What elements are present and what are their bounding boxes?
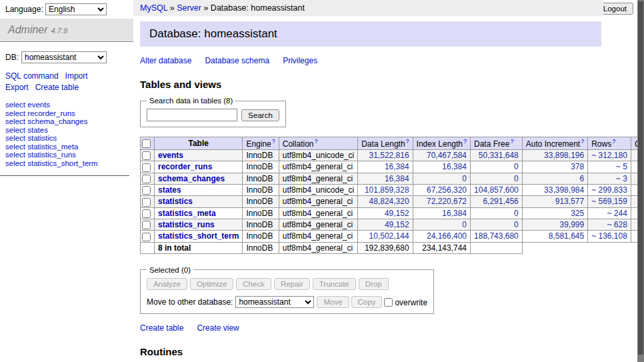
main-content: Database: homeassistant Alter databaseDa… (133, 16, 611, 362)
cell-engine: InnoDB (243, 161, 279, 173)
link-create-table[interactable]: Create table (140, 323, 183, 333)
column-header-collation: Collation? (279, 137, 357, 150)
breadcrumb-server[interactable]: Server (177, 3, 201, 13)
cell-data-free: 0 (471, 219, 523, 230)
sidebar-select-states[interactable]: select states (5, 126, 48, 134)
cell-index-length: 0 (413, 219, 470, 230)
cell-index-length: 70,467,584 (413, 150, 470, 161)
cell-data-length: 16,384 (358, 173, 413, 184)
cell-index-length: 16,384 (413, 207, 470, 219)
column-help-icon[interactable]: ? (612, 138, 615, 145)
search-input[interactable] (147, 109, 237, 121)
move-row: Move to other database: homeassistant Mo… (147, 296, 427, 308)
cell-auto-increment: 6 (522, 173, 587, 184)
sidebar-select-statistics-meta[interactable]: select statistics_meta (5, 143, 78, 151)
cell-data-length: 31,522,816 (358, 150, 413, 161)
table-row: statistics_metaInnoDButf8mb4_general_ci4… (141, 207, 644, 219)
row-checkbox[interactable] (142, 233, 151, 241)
cell-rows: ~ 312,180 (588, 150, 631, 161)
scrollbar-thumb[interactable] (638, 1, 643, 355)
row-checkbox[interactable] (142, 209, 151, 218)
table-link-statistics[interactable]: statistics (158, 197, 193, 206)
column-help-icon[interactable]: ? (272, 138, 275, 145)
sidebar-select-schema-changes[interactable]: select schema_changes (5, 117, 87, 125)
link-create-view[interactable]: Create view (197, 323, 239, 333)
breadcrumb-separator: » (167, 3, 177, 13)
table-name-cell: recorder_runs (155, 161, 243, 173)
row-checkbox[interactable] (142, 221, 151, 229)
table-link-statistics-meta[interactable]: statistics_meta (158, 209, 216, 218)
row-checkbox-cell (141, 173, 155, 184)
move-button[interactable]: Move (317, 296, 349, 308)
sidebar-action-sql-command[interactable]: SQL command (5, 71, 59, 81)
row-checkbox[interactable] (142, 175, 151, 183)
sidebar-select-recorder-runs[interactable]: select recorder_runs (5, 109, 75, 117)
cell-auto-increment: 378 (522, 161, 587, 173)
nav-privileges[interactable]: Privileges (283, 56, 317, 65)
table-row: eventsInnoDButf8mb4_unicode_ci31,522,816… (141, 150, 644, 161)
column-header-index-length: Index Length? (413, 137, 470, 150)
table-name-cell: events (155, 150, 243, 161)
breadcrumb-current: Database: homeassistant (211, 3, 305, 13)
select-all-checkbox[interactable] (142, 139, 151, 148)
check-button[interactable]: Check (236, 278, 271, 290)
row-checkbox-cell (141, 219, 155, 230)
cell-rows: ~ 3 (588, 173, 631, 184)
nav-alter-database[interactable]: Alter database (140, 56, 191, 65)
column-help-icon[interactable]: ? (463, 138, 467, 145)
create-links: Create tableCreate view (140, 323, 611, 333)
truncate-button[interactable]: Truncate (313, 278, 356, 290)
sidebar-select-statistics[interactable]: select statistics (5, 134, 57, 142)
table-link-events[interactable]: events (158, 151, 183, 160)
analyze-button[interactable]: Analyze (147, 278, 187, 290)
app-version[interactable]: 4.7.9 (51, 27, 67, 35)
row-checkbox[interactable] (142, 151, 151, 160)
nav-database-schema[interactable]: Database schema (205, 56, 269, 65)
search-fieldset: Search data in tables (8) Search (140, 97, 286, 127)
optimize-button[interactable]: Optimize (190, 278, 233, 290)
drop-button[interactable]: Drop (359, 278, 389, 290)
cell-data-length: 48,824,320 (358, 196, 413, 207)
sidebar-action-export[interactable]: Export (5, 83, 29, 92)
tables-overview-table: TableEngine?Collation?Data Length?Index … (140, 137, 644, 254)
row-checkbox[interactable] (142, 186, 151, 195)
cell-collation: utf8mb4_general_ci (279, 161, 357, 173)
sidebar-select-statistics-short-term[interactable]: select statistics_short_term (5, 159, 98, 167)
breadcrumb-mysql[interactable]: MySQL (140, 3, 167, 13)
sidebar-action-import[interactable]: Import (65, 71, 88, 81)
selected-buttons: AnalyzeOptimizeCheckRepairTruncateDrop (147, 278, 427, 290)
table-name-cell: statistics_short_term (155, 231, 243, 242)
table-link-statistics-runs[interactable]: statistics_runs (158, 220, 215, 229)
column-help-icon[interactable]: ? (406, 138, 409, 145)
language-select[interactable]: English (45, 3, 107, 15)
column-header-rows: Rows? (588, 137, 631, 150)
table-link-states[interactable]: states (158, 185, 181, 195)
total-data-free (471, 242, 523, 253)
column-help-icon[interactable]: ? (581, 138, 584, 145)
row-checkbox-cell (141, 161, 155, 173)
move-db-select[interactable]: homeassistant (235, 296, 314, 308)
table-row: schema_changesInnoDButf8mb4_general_ci16… (141, 173, 644, 184)
table-link-recorder-runs[interactable]: recorder_runs (158, 162, 212, 171)
app-name[interactable]: Adminer (8, 24, 48, 35)
cell-data-free: 0 (471, 173, 523, 184)
search-button[interactable]: Search (241, 109, 279, 121)
column-header-data-free: Data Free? (471, 137, 523, 150)
db-selector-row: DB: homeassistant (0, 42, 133, 65)
breadcrumb-separator: » (201, 3, 211, 13)
repair-button[interactable]: Repair (274, 278, 310, 290)
cell-auto-increment: 39,999 (522, 219, 587, 230)
copy-button[interactable]: Copy (351, 296, 383, 308)
table-link-schema-changes[interactable]: schema_changes (158, 174, 225, 183)
row-checkbox[interactable] (142, 163, 151, 172)
table-link-statistics-short-term[interactable]: statistics_short_term (158, 231, 239, 241)
db-select[interactable]: homeassistant (21, 51, 107, 63)
scrollbar[interactable] (637, 0, 644, 362)
column-help-icon[interactable]: ? (314, 138, 317, 145)
column-help-icon[interactable]: ? (510, 138, 513, 145)
sidebar-select-statistics-runs[interactable]: select statistics_runs (5, 151, 76, 159)
sidebar-action-create-table[interactable]: Create table (35, 83, 79, 92)
overwrite-checkbox[interactable] (384, 298, 393, 307)
row-checkbox[interactable] (142, 198, 151, 207)
sidebar-select-events[interactable]: select events (5, 101, 50, 109)
